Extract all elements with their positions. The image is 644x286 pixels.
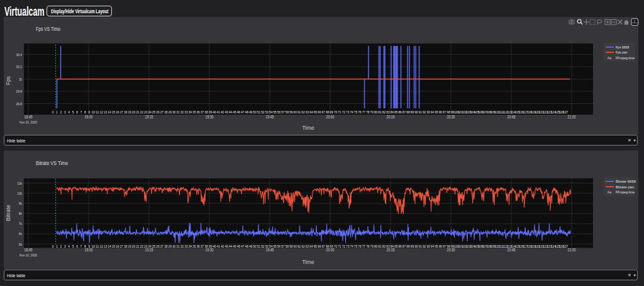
svg-text:24: 24 <box>148 111 152 114</box>
svg-text:65: 65 <box>314 245 318 248</box>
svg-text:Time: Time <box>302 258 314 265</box>
svg-text:32: 32 <box>180 111 184 114</box>
svg-text:63: 63 <box>306 245 309 248</box>
svg-text:57: 57 <box>281 245 285 248</box>
svg-text:35: 35 <box>192 245 196 248</box>
svg-text:39: 39 <box>209 111 213 114</box>
svg-text:6k: 6k <box>19 232 22 236</box>
svg-text:69: 69 <box>330 111 333 114</box>
svg-text:51: 51 <box>257 245 261 248</box>
svg-text:32: 32 <box>180 245 184 248</box>
svg-text:70: 70 <box>334 245 338 248</box>
svg-text:87: 87 <box>402 245 406 248</box>
svg-text:4: 4 <box>68 111 70 114</box>
svg-text:75: 75 <box>354 245 358 248</box>
svg-text:10: 10 <box>92 111 96 114</box>
svg-text:4: 4 <box>68 245 70 248</box>
svg-text:95: 95 <box>435 111 438 114</box>
svg-text:50: 50 <box>253 111 257 114</box>
svg-text:83: 83 <box>386 111 390 114</box>
svg-text:45: 45 <box>233 111 236 114</box>
svg-text:93: 93 <box>426 245 430 248</box>
svg-text:14: 14 <box>108 111 111 114</box>
svg-text:11k: 11k <box>17 181 22 185</box>
svg-text:19: 19 <box>128 245 131 248</box>
svg-text:54: 54 <box>269 111 273 114</box>
svg-text:51: 51 <box>257 111 261 114</box>
svg-text:Nov 22, 2025: Nov 22, 2025 <box>19 253 38 257</box>
svg-text:31: 31 <box>176 245 180 248</box>
svg-text:64: 64 <box>309 111 313 114</box>
svg-text:31: 31 <box>176 111 180 114</box>
svg-text:Fps 6668: Fps 6668 <box>616 45 630 49</box>
svg-text:12: 12 <box>99 245 103 248</box>
svg-text:16: 16 <box>116 245 119 248</box>
svg-text:34: 34 <box>189 111 192 114</box>
svg-text:48: 48 <box>245 245 249 248</box>
svg-text:8: 8 <box>84 111 86 114</box>
svg-text:Bitrate pan: Bitrate pan <box>616 185 635 189</box>
svg-text:19:00: 19:00 <box>85 115 93 119</box>
svg-text:19:45: 19:45 <box>266 248 274 252</box>
svg-text:73: 73 <box>346 245 350 248</box>
svg-text:13: 13 <box>104 111 108 114</box>
svg-text:20:15: 20:15 <box>387 248 395 252</box>
svg-text:20:30: 20:30 <box>447 248 455 252</box>
svg-text:26: 26 <box>156 111 160 114</box>
svg-text:1: 1 <box>56 245 58 248</box>
svg-text:58: 58 <box>286 111 289 114</box>
svg-text:58: 58 <box>286 245 289 248</box>
svg-text:82: 82 <box>382 111 386 114</box>
svg-text:18:45: 18:45 <box>25 248 33 252</box>
svg-text:Fps pan: Fps pan <box>616 50 628 54</box>
svg-text:17: 17 <box>119 111 123 114</box>
svg-text:FFmpeg time: FFmpeg time <box>616 190 635 194</box>
svg-text:2: 2 <box>60 111 62 114</box>
svg-text:21: 21 <box>136 111 140 114</box>
svg-text:97: 97 <box>443 111 447 114</box>
svg-text:43: 43 <box>225 245 228 248</box>
svg-text:3: 3 <box>64 245 66 248</box>
svg-text:127: 127 <box>563 111 568 114</box>
svg-text:29.6: 29.6 <box>16 102 22 106</box>
svg-text:91: 91 <box>419 111 423 114</box>
svg-text:77: 77 <box>362 245 366 248</box>
svg-text:20:45: 20:45 <box>508 248 516 252</box>
svg-text:29.8: 29.8 <box>16 89 22 93</box>
svg-text:96: 96 <box>439 111 443 114</box>
svg-text:96: 96 <box>439 245 443 248</box>
svg-text:7: 7 <box>80 111 82 114</box>
svg-text:77: 77 <box>362 111 366 114</box>
svg-text:47: 47 <box>241 111 245 114</box>
svg-text:5: 5 <box>72 111 74 114</box>
svg-text:23: 23 <box>144 111 148 114</box>
svg-text:79: 79 <box>370 245 374 248</box>
svg-text:85: 85 <box>394 245 398 248</box>
svg-text:37: 37 <box>201 111 204 114</box>
svg-text:90: 90 <box>414 111 418 114</box>
svg-text:Time: Time <box>302 124 314 131</box>
svg-text:63: 63 <box>306 111 309 114</box>
svg-text:30.4: 30.4 <box>16 53 22 57</box>
svg-text:10k: 10k <box>17 192 22 195</box>
svg-text:62: 62 <box>301 245 305 248</box>
svg-text:56: 56 <box>277 245 281 248</box>
svg-text:71: 71 <box>338 111 341 114</box>
svg-text:52: 52 <box>261 245 265 248</box>
svg-text:28: 28 <box>164 245 168 248</box>
svg-text:18: 18 <box>124 111 128 114</box>
svg-text:5: 5 <box>72 245 74 248</box>
svg-text:97: 97 <box>443 245 447 248</box>
svg-text:86: 86 <box>398 111 402 114</box>
svg-text:91: 91 <box>419 245 423 248</box>
svg-text:19:00: 19:00 <box>85 248 93 252</box>
svg-text:FFmpeg time: FFmpeg time <box>616 55 635 60</box>
svg-text:26: 26 <box>156 245 160 248</box>
svg-text:66: 66 <box>318 111 321 114</box>
svg-text:7: 7 <box>80 245 82 248</box>
svg-text:80: 80 <box>374 245 378 248</box>
svg-text:19:30: 19:30 <box>206 115 214 119</box>
svg-text:Bitrate: Bitrate <box>4 205 11 221</box>
svg-text:21: 21 <box>136 245 140 248</box>
svg-text:22: 22 <box>140 245 144 248</box>
